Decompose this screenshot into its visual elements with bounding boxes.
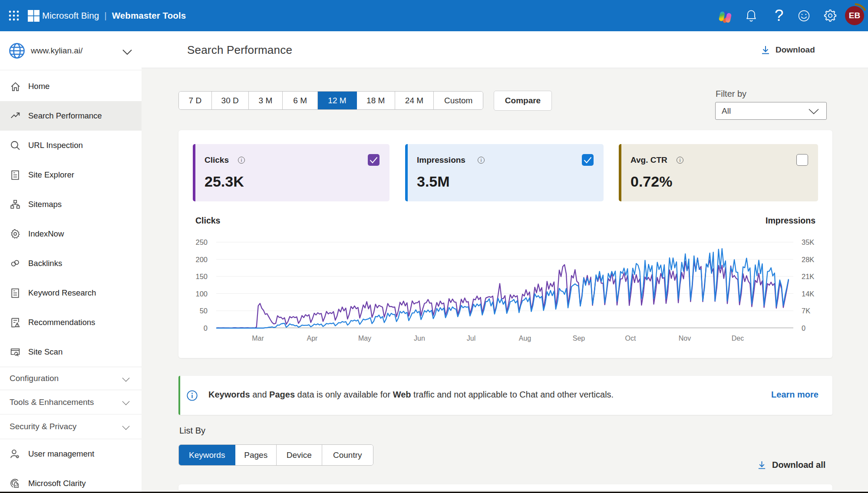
svg-text:Oct: Oct [625,335,636,342]
svg-text:Dec: Dec [732,335,744,342]
svg-text:Impressions: Impressions [766,216,815,225]
svg-text:Aug: Aug [519,335,531,342]
svg-text:Jul: Jul [467,335,475,342]
svg-text:Apr: Apr [307,335,318,342]
svg-text:14K: 14K [802,290,814,298]
svg-text:21K: 21K [802,273,814,280]
svg-text:100: 100 [195,290,208,298]
svg-text:7K: 7K [802,307,810,315]
svg-text:0: 0 [802,324,805,332]
svg-text:Jun: Jun [414,335,425,342]
svg-text:250: 250 [195,238,208,246]
svg-text:28K: 28K [802,256,814,263]
svg-text:May: May [358,335,371,342]
svg-text:50: 50 [200,307,208,315]
svg-text:Mar: Mar [252,335,264,342]
svg-text:Clicks: Clicks [195,216,221,225]
svg-text:35K: 35K [802,238,814,246]
svg-text:Sep: Sep [573,335,585,342]
svg-text:200: 200 [195,256,208,263]
svg-text:150: 150 [195,273,208,280]
svg-text:Nov: Nov [679,335,691,342]
svg-text:0: 0 [204,324,208,332]
